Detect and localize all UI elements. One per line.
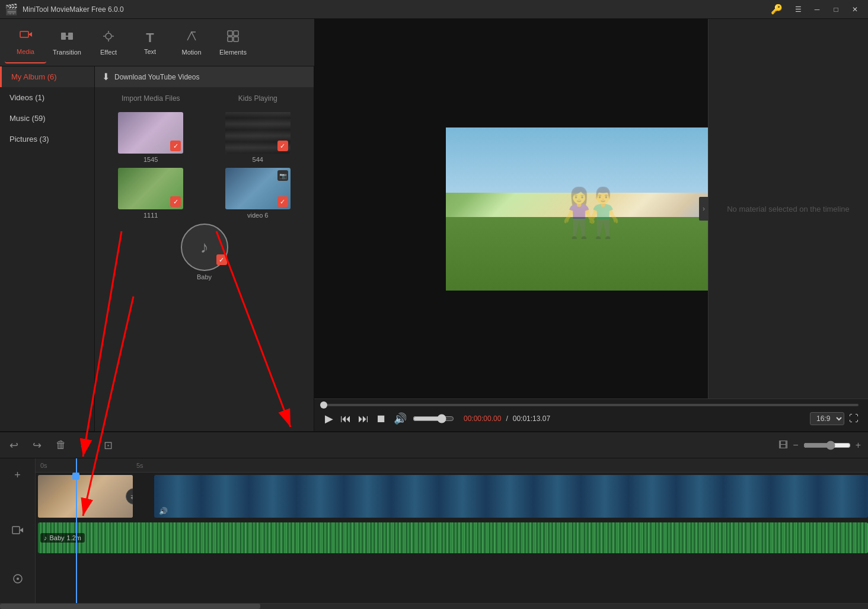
undo-button[interactable]: ↩ (7, 436, 21, 454)
import-label: Import Media Files (118, 92, 183, 107)
close-button[interactable]: ✕ (847, 4, 863, 15)
download-icon: ⬇ (102, 71, 110, 82)
time-current: 00:00:00.00 (464, 414, 501, 423)
timeline-area: ↩ ↪ 🗑 ✂ ⊡ 🎞 − + + (0, 431, 868, 609)
sidebar: My Album (6) Videos (1) Music (59) Pictu… (0, 66, 95, 431)
svg-rect-10 (228, 31, 232, 36)
media-item-1111[interactable]: ✓ 1111 (118, 168, 183, 219)
check-badge-1111: ✓ (170, 196, 181, 207)
timeline-toolbar: ↩ ↪ 🗑 ✂ ⊡ 🎞 − + (0, 432, 868, 458)
sidebar-item-music[interactable]: Music (59) (0, 108, 94, 129)
svg-rect-0 (20, 31, 28, 37)
key-icon: 🔑 (771, 4, 783, 15)
svg-marker-19 (20, 528, 23, 533)
sidebar-item-pictures[interactable]: Pictures (3) (0, 129, 94, 149)
redo-button[interactable]: ↪ (30, 436, 44, 454)
effect-icon (102, 30, 115, 46)
prev-frame-button[interactable]: ⏮ (339, 412, 352, 426)
chevron-right-icon: › (703, 205, 705, 213)
aspect-ratio-select[interactable]: 16:9 9:16 4:3 1:1 (810, 412, 844, 425)
sidebar-item-album[interactable]: My Album (6) (0, 66, 94, 87)
titlebar: 🎬 MiniTool MovieMaker Free 6.0.0 🔑 ☰ ─ □… (0, 0, 868, 19)
media-item-baby[interactable]: ♪ ✓ Baby (172, 224, 237, 280)
check-badge-1545: ✓ (170, 141, 181, 151)
progress-bar[interactable] (324, 404, 859, 406)
crop-button[interactable]: ⊡ (101, 436, 115, 454)
media-icon (19, 29, 32, 46)
svg-rect-2 (61, 33, 66, 40)
media-panel: ⬇ Download YouTube Videos Import Media F… (95, 66, 314, 431)
add-track-icon[interactable]: + (2, 468, 33, 482)
media-row-2: ✓ 1111 📷 ✓ video 6 (100, 168, 309, 219)
menu-button[interactable]: ☰ (790, 4, 806, 15)
player-area: Player Template Export (314, 19, 868, 431)
sidebar-item-videos[interactable]: Videos (1) (0, 87, 94, 108)
minimize-button[interactable]: ─ (809, 4, 825, 15)
zoom-slider[interactable] (803, 441, 851, 450)
app-title: MiniTool MovieMaker Free 6.0.0 (23, 5, 771, 14)
media-item-video6[interactable]: 📷 ✓ video 6 (225, 168, 291, 219)
player-controls: ▶ ⏮ ⏭ ⏹ 🔊 00:00:00.00 / 00:01:13.07 16:9… (314, 398, 868, 431)
toolbar-elements[interactable]: Elements (212, 22, 254, 63)
audio-waveform (38, 522, 868, 553)
video-clip-couple[interactable]: ⇄ (38, 475, 133, 518)
zoom-out-button[interactable]: − (793, 440, 798, 451)
fullscreen-button[interactable]: ⛶ (849, 413, 859, 424)
progress-thumb[interactable] (320, 401, 327, 409)
stop-button[interactable]: ⏹ (375, 412, 388, 426)
toolbar-transition-label: Transition (53, 49, 81, 56)
video-clip-london[interactable]: 🔊 (154, 475, 868, 518)
volume-slider[interactable] (413, 414, 454, 423)
scroll-thumb[interactable] (0, 604, 260, 609)
volume-button[interactable]: 🔊 (392, 411, 408, 426)
media-label-544: 544 (253, 156, 263, 163)
audio-clip-baby[interactable]: ♪ Baby 1.2m (38, 522, 868, 553)
media-row-1: ✓ 1545 ✓ 5 (100, 112, 309, 163)
zoom-controls: 🎞 − + (778, 440, 861, 451)
panel-toggle-button[interactable]: › (699, 197, 709, 221)
kids-playing-label: Kids Playing (225, 92, 291, 107)
audio-track-icon (2, 564, 33, 594)
cut-button[interactable]: ✂ (78, 436, 92, 454)
media-label-1111: 1111 (143, 212, 158, 219)
download-youtube-bar[interactable]: ⬇ Download YouTube Videos (95, 66, 314, 87)
media-thumb-544: ✓ (225, 112, 291, 154)
svg-point-21 (17, 578, 19, 580)
transition-icon (60, 30, 74, 46)
time-separator: / (506, 414, 508, 423)
check-badge-baby: ✓ (216, 254, 227, 265)
media-thumb-1545: ✓ (118, 112, 183, 154)
media-label-1545: 1545 (143, 156, 158, 163)
media-item-544[interactable]: ✓ 544 (225, 112, 291, 163)
maximize-button[interactable]: □ (828, 4, 844, 15)
delete-button[interactable]: 🗑 (53, 436, 69, 454)
music-note-small-icon: ♪ (44, 534, 47, 541)
next-frame-button[interactable]: ⏭ (357, 412, 370, 426)
toolbar-transition[interactable]: Transition (46, 22, 88, 63)
toolbar-effect[interactable]: Effect (88, 22, 129, 63)
timeline-scrollbar[interactable] (0, 603, 868, 609)
camera-badge-video6: 📷 (277, 170, 288, 181)
toolbar-media-label: Media (17, 48, 34, 55)
toolbar-motion[interactable]: Motion (171, 22, 212, 63)
media-grid: Import Media Files Kids Playing ✓ 1545 (95, 87, 314, 431)
timeline-ruler: 0s 5s (36, 458, 868, 473)
properties-panel: No material selected on the timeline (708, 19, 868, 398)
audio-indicator: 🔊 (159, 507, 168, 515)
main-toolbar: Media Transition Effect T Text (0, 19, 314, 66)
play-button[interactable]: ▶ (324, 411, 334, 426)
media-item-1545[interactable]: ✓ 1545 (118, 112, 183, 163)
zoom-in-button[interactable]: + (856, 440, 861, 451)
scroll-track (0, 604, 868, 609)
toolbar-media[interactable]: Media (5, 22, 46, 63)
toolbar-text[interactable]: T Text (129, 22, 171, 63)
app-logo-icon: 🎬 (5, 3, 18, 16)
playhead-top[interactable] (72, 473, 79, 480)
timeline-tracks: 0s 5s ⇄ 🔊 (36, 458, 868, 603)
filmstrip-icon: 🎞 (778, 440, 788, 451)
svg-rect-12 (228, 37, 232, 42)
check-badge-544: ✓ (277, 141, 288, 151)
playhead[interactable] (76, 458, 77, 603)
audio-track: ♪ Baby 1.2m (36, 520, 868, 556)
media-thumb-1111: ✓ (118, 168, 183, 209)
